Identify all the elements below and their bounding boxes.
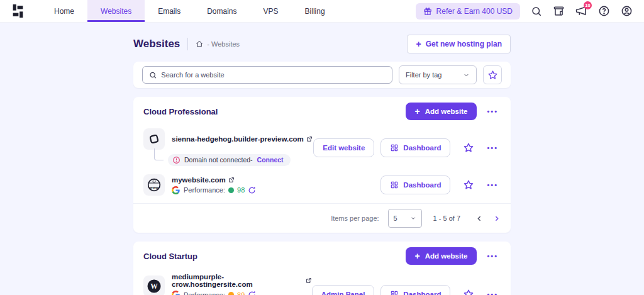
website-domain-link[interactable]: mywebsite.com <box>172 176 256 184</box>
performance-value: 98 <box>237 186 245 194</box>
account-button[interactable] <box>621 5 633 17</box>
top-navigation-bar: Home Websites Emails Domains VPS Billing… <box>0 0 644 23</box>
divider <box>187 38 188 50</box>
chevron-down-icon <box>463 72 470 79</box>
website-domain-link[interactable]: sienna-hedgehog.builder-preview.com <box>172 135 313 143</box>
page-header: Websites - Websites + Get new hosting pl… <box>133 35 511 53</box>
section-title: Cloud Professional <box>143 107 218 116</box>
nav-item-emails[interactable]: Emails <box>145 0 194 22</box>
svg-text:W: W <box>150 282 158 290</box>
google-icon <box>172 291 180 295</box>
edit-website-button[interactable]: Edit website <box>313 138 374 157</box>
domain-text: sienna-hedgehog.builder-preview.com <box>172 135 304 143</box>
gift-icon <box>423 7 432 16</box>
pagination-range: 1 - 5 of 7 <box>433 214 460 222</box>
website-search-field[interactable] <box>142 66 392 84</box>
help-button[interactable] <box>598 5 610 17</box>
search-icon <box>531 6 542 17</box>
nav-item-websites[interactable]: Websites <box>87 0 145 22</box>
star-icon <box>487 70 498 81</box>
favorite-website-button[interactable] <box>463 142 474 153</box>
hostinger-h-icon <box>11 4 25 18</box>
add-website-button[interactable]: + Add website <box>406 247 477 265</box>
website-row: sienna-hedgehog.builder-preview.com Doma… <box>133 125 511 170</box>
next-page-button[interactable] <box>492 214 501 223</box>
performance-label: Performance: <box>184 186 225 194</box>
previous-page-button[interactable] <box>475 214 484 223</box>
refer-earn-button[interactable]: Refer & Earn 400 USD <box>416 3 520 19</box>
filter-label: Filter by tag <box>406 71 441 79</box>
main-nav: Home Websites Emails Domains VPS Billing <box>41 0 338 22</box>
search-input[interactable] <box>161 71 386 79</box>
domain-status-line: Domain not connected- Connect <box>143 153 313 167</box>
website-menu-button[interactable]: ••• <box>484 180 501 190</box>
warning-icon <box>172 156 180 164</box>
website-row: W mediumpurple-crow.hostingersite.com <box>133 269 511 295</box>
section-header: Cloud Startup + Add website ••• <box>133 242 511 269</box>
domain-text: mediumpurple-crow.hostingersite.com <box>172 273 303 288</box>
domain-not-connected-pill: Domain not connected- Connect <box>168 154 291 166</box>
page-title: Websites <box>133 38 180 50</box>
admin-panel-button[interactable]: Admin Panel <box>312 285 375 295</box>
website-actions: Edit website Dashboard ••• <box>313 138 501 157</box>
chevron-left-icon <box>475 214 484 223</box>
section-menu-button[interactable]: ••• <box>484 251 501 261</box>
nav-item-home[interactable]: Home <box>41 0 87 22</box>
star-icon <box>463 142 474 153</box>
cta-label: Get new hosting plan <box>426 40 502 48</box>
connect-link[interactable]: Connect <box>257 156 284 164</box>
favorite-website-button[interactable] <box>463 179 474 191</box>
website-domain-link[interactable]: mediumpurple-crow.hostingersite.com <box>172 273 312 288</box>
section-cloud-startup: Cloud Startup + Add website ••• W <box>133 242 511 295</box>
notifications-button[interactable]: 10 <box>575 5 587 17</box>
plus-icon: + <box>415 252 420 260</box>
dashboard-grid-icon <box>390 181 399 189</box>
nav-item-vps[interactable]: VPS <box>250 0 292 22</box>
google-icon <box>172 186 180 194</box>
chevron-right-icon <box>492 214 501 223</box>
filter-by-tag-select[interactable]: Filter by tag <box>399 65 477 84</box>
website-menu-button[interactable]: ••• <box>484 289 501 295</box>
refresh-icon[interactable] <box>248 186 256 194</box>
topbar-actions: Refer & Earn 400 USD 10 <box>416 0 633 22</box>
dashboard-label: Dashboard <box>403 181 441 189</box>
favorite-website-button[interactable] <box>463 289 474 295</box>
performance-dot <box>228 187 234 193</box>
breadcrumb-current: - Websites <box>207 40 240 48</box>
dashboard-button[interactable]: Dashboard <box>380 175 450 194</box>
dashboard-label: Dashboard <box>403 144 441 152</box>
home-icon <box>196 40 203 48</box>
search-button[interactable] <box>531 6 542 17</box>
wordpress-icon: W <box>143 276 165 295</box>
items-per-page-value: 5 <box>394 214 397 222</box>
warning-text: Domain not connected- <box>184 156 253 164</box>
search-icon <box>149 71 157 79</box>
refresh-icon[interactable] <box>248 291 256 295</box>
dashboard-button[interactable]: Dashboard <box>380 138 450 157</box>
performance-label: Performance: <box>184 291 225 295</box>
search-filter-card: Filter by tag <box>133 62 511 88</box>
www-globe-icon: www <box>143 174 165 196</box>
add-website-label: Add website <box>425 108 468 115</box>
nav-item-domains[interactable]: Domains <box>194 0 250 22</box>
website-actions: Admin Panel Dashboard ••• <box>312 285 501 295</box>
hostinger-logo[interactable] <box>11 0 25 22</box>
website-row: www mywebsite.com <box>133 170 511 199</box>
performance-dot <box>228 292 234 295</box>
performance-line: Performance: 89 <box>172 291 312 295</box>
website-menu-button[interactable]: ••• <box>484 143 501 153</box>
section-menu-button[interactable]: ••• <box>484 106 501 116</box>
section-cloud-professional: Cloud Professional + Add website ••• <box>133 97 511 233</box>
dashboard-button[interactable]: Dashboard <box>380 285 450 295</box>
dashboard-grid-icon <box>390 143 399 152</box>
get-new-hosting-plan-button[interactable]: + Get new hosting plan <box>407 35 511 53</box>
performance-value: 89 <box>237 291 245 295</box>
star-icon <box>463 289 474 295</box>
favorites-filter-button[interactable] <box>483 65 502 84</box>
store-button[interactable] <box>553 5 565 17</box>
items-per-page-select[interactable]: 5 <box>388 209 422 228</box>
nav-item-billing[interactable]: Billing <box>292 0 338 22</box>
section-title: Cloud Startup <box>143 252 197 261</box>
add-website-button[interactable]: + Add website <box>406 103 477 120</box>
main-content: Websites - Websites + Get new hosting pl… <box>133 35 511 295</box>
